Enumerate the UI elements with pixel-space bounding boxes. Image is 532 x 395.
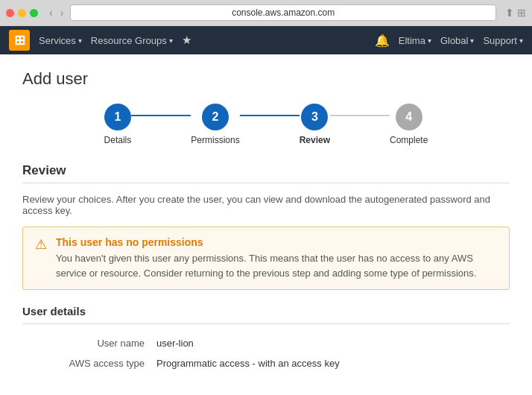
services-caret: ▾ (78, 37, 82, 45)
connector-2-3 (240, 115, 300, 116)
minimize-dot[interactable] (18, 9, 26, 17)
username-value: user-lion (156, 338, 194, 349)
region-menu[interactable]: Global ▾ (440, 35, 475, 46)
forward-button[interactable]: › (58, 7, 66, 19)
aws-topnav: ⊞ Services ▾ Resource Groups ▾ ★ 🔔 Eltim… (0, 26, 532, 54)
back-button[interactable]: ‹ (47, 7, 55, 19)
connector-3-4 (330, 115, 390, 116)
region-label: Global (440, 35, 469, 46)
aws-logo[interactable]: ⊞ (9, 30, 30, 51)
page-title: Add user (22, 69, 510, 89)
username-label: User name (22, 338, 156, 349)
services-menu[interactable]: Services ▾ (39, 35, 82, 46)
step-4: 4 Complete (390, 104, 428, 145)
review-description: Review your choices. After you create th… (22, 194, 510, 216)
step-3: 3 Review (300, 104, 330, 145)
browser-nav: ‹ › (47, 7, 66, 19)
step-1: 1 Details (104, 104, 132, 145)
step-4-label: Complete (390, 135, 428, 145)
step-3-circle: 3 (301, 104, 328, 130)
user-menu[interactable]: Eltima ▾ (399, 35, 431, 46)
step-2-circle: 2 (202, 104, 229, 130)
table-row: User name user-lion (22, 333, 510, 353)
access-type-label: AWS access type (22, 358, 156, 369)
address-bar[interactable]: console.aws.amazon.com (70, 4, 496, 21)
user-label: Eltima (399, 35, 425, 46)
warning-title: This user has no permissions (56, 236, 497, 248)
step-1-label: Details (104, 135, 132, 145)
region-caret: ▾ (470, 37, 474, 45)
main-content: Add user 1 Details 2 Permissions 3 Revie… (0, 54, 532, 395)
details-divider (22, 323, 510, 324)
support-label: Support (483, 35, 517, 46)
browser-actions: ⬆ ⊞ (505, 7, 526, 19)
bookmark-icon[interactable]: ★ (182, 34, 191, 47)
access-type-value: Programmatic access - with an access key (156, 358, 340, 369)
step-4-circle: 4 (396, 104, 422, 130)
resource-groups-menu[interactable]: Resource Groups ▾ (91, 35, 173, 46)
step-1-circle: 1 (104, 104, 131, 130)
support-caret: ▾ (519, 37, 523, 45)
review-heading: Review (22, 163, 510, 178)
warning-content: This user has no permissions You haven't… (56, 236, 497, 280)
resource-groups-label: Resource Groups (91, 35, 167, 46)
user-caret: ▾ (428, 37, 431, 45)
resource-groups-caret: ▾ (169, 37, 173, 45)
connector-1-2 (131, 115, 191, 116)
notifications-bell[interactable]: 🔔 (375, 34, 390, 48)
step-2: 2 Permissions (191, 104, 239, 145)
warning-box: ⚠ This user has no permissions You haven… (22, 227, 510, 290)
user-details-table: User name user-lion AWS access type Prog… (22, 333, 510, 373)
stepper: 1 Details 2 Permissions 3 Review 4 Compl… (22, 104, 510, 145)
warning-icon: ⚠ (35, 236, 47, 253)
review-divider (22, 183, 510, 183)
services-label: Services (39, 35, 76, 46)
step-2-label: Permissions (191, 135, 239, 145)
maximize-dot[interactable] (30, 9, 38, 17)
user-details-heading: User details (22, 305, 510, 317)
table-row: AWS access type Programmatic access - wi… (22, 353, 510, 373)
browser-dots (6, 9, 38, 17)
browser-chrome: ‹ › console.aws.amazon.com ⬆ ⊞ (0, 0, 532, 26)
close-dot[interactable] (6, 9, 14, 17)
warning-text: You haven't given this user any permissi… (56, 251, 497, 280)
browser-titlebar: ‹ › console.aws.amazon.com ⬆ ⊞ (0, 0, 532, 25)
share-button[interactable]: ⬆ (505, 7, 514, 19)
new-tab-button[interactable]: ⊞ (517, 7, 526, 19)
support-menu[interactable]: Support ▾ (483, 35, 523, 46)
step-3-label: Review (300, 135, 330, 145)
